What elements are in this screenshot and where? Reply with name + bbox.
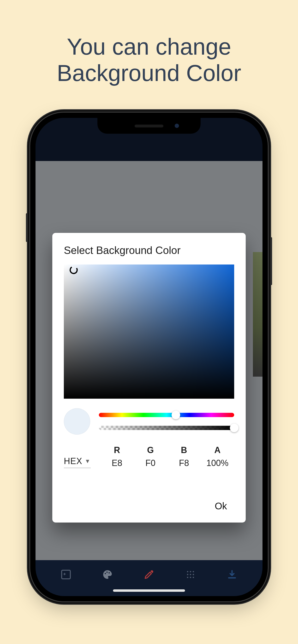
tab-download[interactable] [225,567,239,582]
promo-headline: You can change Background Color [0,34,298,86]
svg-point-12 [193,577,194,578]
r-header: R [100,445,134,455]
svg-point-9 [193,574,194,575]
palette-icon [102,569,113,580]
headline-line2: Background Color [57,60,241,86]
modal-title: Select Background Color [64,244,234,256]
sv-cursor[interactable] [69,265,78,275]
phone-frame: Select Background Color [30,112,268,601]
svg-point-4 [187,571,188,572]
svg-rect-0 [62,570,70,579]
chevron-down-icon: ▼ [85,458,91,464]
editor-canvas: Select Background Color [36,161,262,560]
svg-point-6 [193,571,194,572]
svg-point-8 [190,574,191,575]
g-value[interactable]: F0 [134,458,167,468]
g-header: G [134,445,167,455]
hue-slider[interactable] [99,413,234,417]
color-picker-modal: Select Background Color [52,233,246,522]
a-header: A [201,445,234,455]
format-select[interactable]: HEX ▼ [64,456,91,468]
svg-point-7 [187,574,188,575]
svg-point-2 [106,572,107,572]
alpha-slider[interactable] [99,426,234,430]
svg-point-3 [108,572,110,573]
alpha-thumb[interactable] [230,424,238,432]
svg-point-11 [190,577,191,578]
r-value[interactable]: E8 [100,458,134,468]
svg-point-5 [190,571,191,572]
home-indicator[interactable] [113,590,185,592]
svg-point-1 [105,573,106,574]
bottom-tabbar [36,560,262,596]
app-root: Select Background Color [36,118,262,596]
a-value[interactable]: 100% [201,458,234,468]
photo-edge [253,252,262,376]
b-header: B [167,445,201,455]
tab-eyedropper[interactable] [142,567,156,582]
tab-effects[interactable] [59,567,73,582]
b-value[interactable]: F8 [167,458,201,468]
download-icon [226,569,238,580]
color-swatch [64,408,90,434]
headline-line1: You can change [67,34,231,60]
format-label: HEX [64,456,82,466]
eyedropper-icon [143,569,155,580]
hue-thumb[interactable] [172,411,180,419]
grid-icon [185,569,196,580]
rgba-values: R G B A E8 F0 F8 100% [100,445,234,468]
phone-notch [97,118,201,134]
ok-button[interactable]: Ok [210,497,232,515]
tab-palette[interactable] [100,567,115,582]
phone-screen: Select Background Color [36,118,262,596]
sparkle-image-icon [60,569,72,580]
svg-point-10 [187,577,188,578]
saturation-value-panel[interactable] [64,264,234,399]
tab-grid[interactable] [183,567,198,582]
